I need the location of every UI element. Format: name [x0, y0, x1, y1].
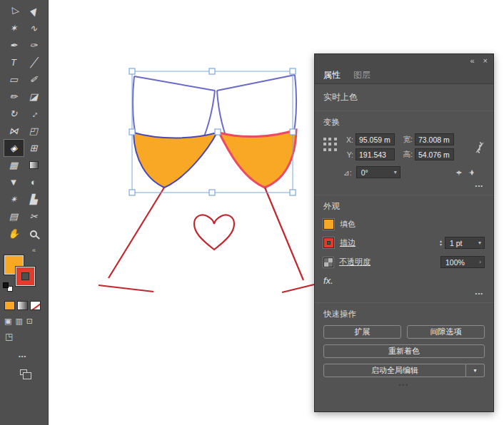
tool-slice[interactable]: ✂ — [24, 208, 44, 225]
foot-left[interactable] — [99, 285, 153, 292]
tool-free-transform[interactable]: ◰ — [24, 123, 44, 139]
transform-more-options-icon[interactable]: ••• — [325, 183, 483, 189]
tool-perspective-grid[interactable]: ⊞ — [24, 140, 44, 156]
angle-dropdown[interactable]: 0° ▾ — [356, 166, 400, 178]
toolbar-collapse-icon[interactable]: « — [0, 247, 47, 254]
flip-horizontal-icon[interactable]: ◂|▸ — [456, 169, 461, 175]
tool-selection[interactable]: ▷ — [4, 3, 24, 19]
appearance-more-options-icon[interactable]: ••• — [325, 290, 483, 297]
tool-paintbrush[interactable]: ✐ — [24, 71, 44, 88]
height-label: 高: — [397, 150, 413, 160]
selection-handle[interactable] — [129, 129, 135, 135]
tool-zoom[interactable] — [24, 225, 44, 242]
flip-vertical-icon[interactable]: ◂|▸ — [469, 170, 475, 175]
glass-left-rim[interactable] — [134, 76, 215, 91]
appearance-fill-swatch[interactable] — [323, 219, 334, 230]
screen-mode-icon[interactable]: ◳ — [5, 332, 47, 342]
panel-body: 实时上色 变换 X: 宽: Y: — [315, 84, 493, 388]
draw-behind-icon[interactable]: ▥ — [15, 317, 22, 326]
panel-collapse-icon[interactable]: « — [470, 56, 474, 66]
tool-type[interactable]: T — [4, 54, 24, 71]
tool-scale[interactable]: ↔ — [24, 106, 44, 122]
draw-normal-icon[interactable]: ▣ — [4, 317, 11, 326]
recolor-button[interactable]: 重新着色 — [323, 344, 485, 358]
liquid-left[interactable] — [133, 133, 217, 188]
rectangle-icon: ▭ — [9, 74, 18, 85]
heart-outline[interactable] — [194, 215, 234, 250]
tool-width[interactable]: ⋈ — [4, 123, 24, 139]
opacity-label[interactable]: 不透明度 — [339, 257, 371, 267]
liquid-right[interactable] — [219, 130, 296, 188]
draw-inside-icon[interactable]: ⊡ — [26, 317, 33, 326]
y-input[interactable] — [356, 148, 395, 160]
submenu-arrow-icon: › — [479, 259, 481, 265]
direct-selection-arrow-icon: ▶ — [27, 5, 40, 17]
selection-handle[interactable] — [209, 190, 215, 195]
tool-pencil[interactable]: ✏ — [4, 88, 24, 105]
tool-hand[interactable]: ✋ — [4, 225, 24, 242]
gap-options-button[interactable]: 间隙选项 — [407, 325, 485, 339]
properties-panel: « × 属性 图层 实时上色 变换 X: 宽: — [314, 53, 494, 412]
selection-handle[interactable] — [290, 190, 296, 195]
start-global-edit-button[interactable]: 启动全局编辑 — [323, 364, 466, 377]
panel-resize-grip[interactable]: ▪▪▪ — [323, 382, 485, 388]
tool-eyedropper[interactable]: ▼ — [4, 174, 24, 190]
default-fill-stroke-icon[interactable] — [3, 282, 14, 292]
tool-curvature[interactable]: ✑ — [24, 37, 44, 53]
width-input[interactable] — [415, 133, 454, 145]
foot-right[interactable] — [282, 285, 314, 292]
tool-artboard[interactable]: ▤ — [4, 208, 24, 225]
selection-handle[interactable] — [290, 129, 296, 135]
stem-right[interactable] — [265, 188, 303, 280]
selection-handle[interactable] — [290, 68, 296, 74]
selection-handle[interactable] — [129, 68, 135, 74]
stem-left[interactable] — [109, 188, 164, 278]
tool-blend[interactable]: ◐ — [24, 174, 44, 190]
tool-mesh[interactable]: ▦ — [4, 157, 24, 173]
tool-pen[interactable]: ✒ — [4, 37, 24, 53]
toolbar-stroke-swatch[interactable] — [16, 267, 35, 286]
overlapping-windows-icon[interactable] — [20, 369, 27, 375]
none-button[interactable] — [30, 301, 41, 310]
reference-point-locator[interactable] — [323, 138, 338, 152]
height-input[interactable] — [415, 148, 454, 160]
illustrator-window: ▷ ▶ ✶ ∿ ✒ ✑ T ╱ ▭ ✐ ✏ ◪ ↻ ↔ ⋈ ◰ ◈ ⊞ ▦ ▼ … — [0, 0, 504, 425]
tool-lasso[interactable]: ∿ — [24, 20, 44, 36]
effects-fx-button[interactable]: fx. — [323, 275, 333, 286]
glass-right-rim[interactable] — [217, 75, 295, 91]
stroke-weight-dropdown[interactable]: 1 pt ▾ — [445, 237, 485, 249]
panel-close-icon[interactable]: × — [483, 56, 488, 66]
tool-direct-selection[interactable]: ▶ — [24, 3, 44, 19]
tool-line-segment[interactable]: ╱ — [24, 54, 44, 71]
stroke-weight-stepper[interactable]: ▴▾ — [440, 240, 442, 247]
tool-magic-wand[interactable]: ✶ — [4, 20, 24, 36]
fill-row: 填色 — [323, 219, 485, 230]
tool-live-paint-bucket[interactable]: ◈ — [4, 140, 24, 156]
expand-button[interactable]: 扩展 — [323, 325, 401, 339]
tool-column-graph[interactable]: ▙ — [24, 191, 44, 208]
constrain-proportions-icon[interactable] — [475, 140, 485, 155]
opacity-dropdown[interactable]: 100% › — [440, 256, 485, 268]
gradient-button[interactable] — [17, 301, 28, 310]
width-tool-icon: ⋈ — [9, 126, 19, 136]
tool-gradient[interactable] — [24, 157, 44, 173]
transform-fields: X: 宽: Y: 高: — [343, 132, 470, 163]
selection-handle[interactable] — [215, 129, 221, 135]
appearance-stroke-swatch[interactable] — [323, 237, 334, 248]
pen-icon: ✒ — [10, 40, 18, 51]
chevron-down-icon: ▾ — [394, 169, 397, 175]
tool-eraser[interactable]: ◪ — [24, 88, 44, 105]
x-input[interactable] — [356, 133, 395, 145]
tool-symbol-sprayer[interactable]: ✴ — [4, 191, 24, 208]
tool-rotate[interactable]: ↻ — [4, 106, 24, 122]
global-edit-chevron-button[interactable]: ▾ — [466, 364, 485, 377]
quick-actions: 扩展 间隙选项 重新着色 启动全局编辑 ▾ — [323, 325, 485, 377]
stroke-label[interactable]: 描边 — [340, 237, 356, 248]
tab-layers[interactable]: 图层 — [353, 69, 371, 81]
tab-properties[interactable]: 属性 — [323, 69, 341, 81]
edit-toolbar-more-icon[interactable]: ••• — [19, 353, 47, 359]
tool-rectangle[interactable]: ▭ — [4, 71, 24, 88]
selection-handle[interactable] — [209, 68, 215, 74]
selection-handle[interactable] — [129, 190, 135, 195]
color-button[interactable] — [4, 301, 15, 310]
